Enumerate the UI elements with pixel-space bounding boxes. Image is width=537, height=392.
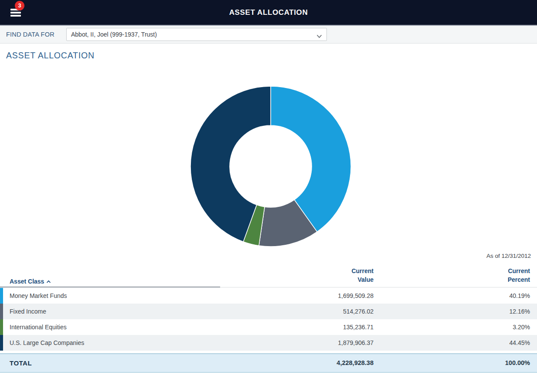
header-divider [220,287,537,287]
asset-class-cell: Money Market Funds [10,288,67,304]
table-row: Money Market Funds1,699,509.2840.19% [0,288,537,304]
sort-asc-icon [44,278,51,285]
column-header-current-value[interactable]: Current Value [351,267,374,284]
current-value-cell: 1,699,509.28 [338,288,374,304]
asset-color-marker [0,288,3,304]
current-percent-cell: 44.45% [510,335,530,351]
asset-color-marker [0,304,3,319]
chevron-down-icon [316,32,322,40]
current-percent-cell: 12.16% [510,304,530,319]
asset-color-marker [0,335,3,351]
table-header: Asset Class Current Value Current Percen… [0,265,537,287]
sorted-column-underline [0,287,220,287]
asset-class-cell: International Equities [10,319,67,335]
total-current-percent: 100.00% [505,354,530,372]
column-header-asset-class[interactable]: Asset Class [10,278,51,285]
asset-class-cell: U.S. Large Cap Companies [10,335,84,351]
total-current-value: 4,228,928.38 [336,354,374,372]
section-heading: ASSET ALLOCATION [6,51,95,61]
total-row: TOTAL 4,228,928.38 100.00% [0,353,537,373]
table-row: Fixed Income514,276.0212.16% [0,304,537,319]
selected-account: Abbot, II, Joel (999-1937, Trust) [71,28,157,41]
app-header: 3 ASSET ALLOCATION [0,0,537,25]
column-header-current-percent[interactable]: Current Percent [508,267,530,284]
find-data-label: FIND DATA FOR [6,26,54,43]
asset-class-cell: Fixed Income [10,304,46,319]
find-data-bar: FIND DATA FOR Abbot, II, Joel (999-1937,… [0,25,537,44]
current-percent-cell: 40.19% [510,288,530,304]
total-label: TOTAL [10,354,32,372]
asset-color-marker [0,319,3,335]
current-percent-cell: 3.20% [513,319,530,335]
current-value-cell: 514,276.02 [343,304,374,319]
table-row: U.S. Large Cap Companies1,879,906.3744.4… [0,335,537,351]
table-body: Money Market Funds1,699,509.2840.19%Fixe… [0,288,537,351]
app-root: 3 ASSET ALLOCATION FIND DATA FOR Abbot, … [0,0,537,392]
as-of-date: As of 12/31/2012 [486,253,531,259]
app-title: ASSET ALLOCATION [0,0,537,25]
allocation-donut-chart [190,85,352,247]
current-value-cell: 135,236.71 [343,319,374,335]
find-data-select[interactable]: Abbot, II, Joel (999-1937, Trust) [66,28,327,41]
current-value-cell: 1,879,906.37 [338,335,374,351]
table-row: International Equities135,236.713.20% [0,319,537,335]
